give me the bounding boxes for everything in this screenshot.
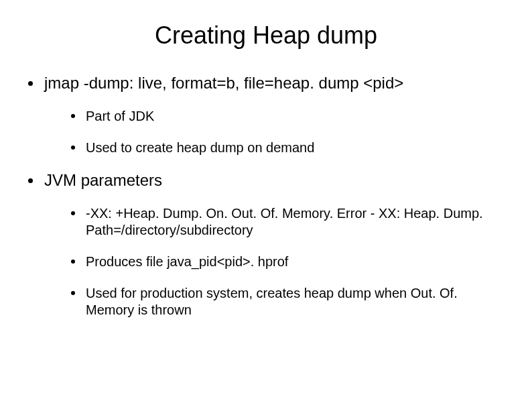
bullet-text: jmap -dump: live, format=b, file=heap. d… — [44, 74, 403, 92]
bullet-text: Part of JDK — [86, 109, 154, 123]
list-item: Used for production system, creates heap… — [68, 285, 507, 319]
bullet-text: JVM parameters — [44, 171, 162, 189]
list-item: Produces file java_pid<pid>. hprof — [68, 253, 507, 270]
bullet-text: Used for production system, creates heap… — [86, 286, 458, 317]
list-item: jmap -dump: live, format=b, file=heap. d… — [25, 74, 507, 156]
bullet-text: -XX: +Heap. Dump. On. Out. Of. Memory. E… — [86, 206, 483, 237]
bullet-list-level2: Part of JDK Used to create heap dump on … — [44, 108, 507, 156]
bullet-text: Used to create heap dump on demand — [86, 140, 314, 155]
bullet-list-level2: -XX: +Heap. Dump. On. Out. Of. Memory. E… — [44, 205, 507, 319]
list-item: -XX: +Heap. Dump. On. Out. Of. Memory. E… — [68, 205, 507, 239]
bullet-text: Produces file java_pid<pid>. hprof — [86, 254, 288, 269]
list-item: JVM parameters -XX: +Heap. Dump. On. Out… — [25, 171, 507, 319]
bullet-list-level1: jmap -dump: live, format=b, file=heap. d… — [25, 74, 507, 319]
slide-container: Creating Heap dump jmap -dump: live, for… — [0, 0, 532, 399]
list-item: Used to create heap dump on demand — [68, 139, 507, 156]
slide-title: Creating Heap dump — [25, 21, 507, 50]
list-item: Part of JDK — [68, 108, 507, 125]
